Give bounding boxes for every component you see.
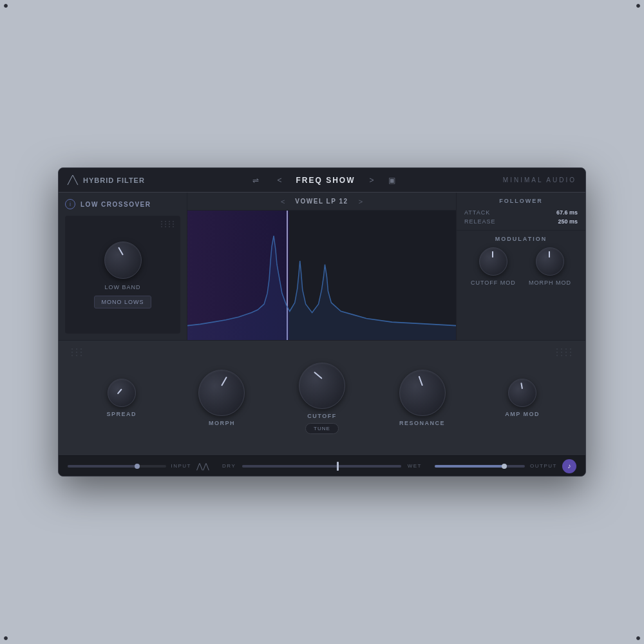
modulation-title: MODULATION	[464, 236, 578, 242]
attack-row: ATTACK 67.6 ms	[464, 209, 578, 216]
cutoff-mod-label: CUTOFF MOD	[471, 279, 516, 286]
header-right: MINIMAL AUDIO	[448, 176, 576, 184]
modulation-knobs: CUTOFF MOD MORPH MOD	[464, 247, 578, 286]
morph-mod-knob[interactable]	[536, 247, 564, 276]
plugin-title: HYBRID FILTER	[83, 176, 145, 184]
input-expand-button[interactable]: ⋀⋀	[196, 462, 209, 471]
bottom-right-decoration	[556, 348, 573, 356]
input-section: INPUT ⋀⋀	[68, 462, 209, 471]
output-label: OUTPUT	[530, 463, 557, 469]
spread-knob[interactable]	[108, 379, 136, 407]
morph-group: MORPH	[172, 370, 272, 426]
filter-display-panel: < VOWEL LP 12 >	[187, 193, 457, 340]
attack-label: ATTACK	[464, 209, 490, 216]
cutoff-mod-group: CUTOFF MOD	[471, 247, 516, 286]
wet-label: WET	[408, 463, 422, 469]
next-preset-button[interactable]: >	[366, 175, 378, 186]
morph-label: MORPH	[209, 420, 235, 426]
cutoff-label: CUTOFF	[307, 413, 336, 419]
dry-label: DRY	[222, 463, 236, 469]
brand-name: MINIMAL AUDIO	[503, 176, 576, 184]
save-preset-button[interactable]: ▣	[388, 176, 395, 185]
dry-wet-section: DRY WET	[209, 463, 435, 469]
mono-lows-button[interactable]: MONO LOWS	[94, 296, 151, 308]
logo-icon: ♪	[568, 462, 571, 469]
morph-mod-group: MORPH MOD	[529, 247, 571, 286]
cutoff-knob[interactable]	[299, 363, 345, 409]
resonance-group: RESONANCE	[372, 370, 473, 426]
follower-params: ATTACK 67.6 ms RELEASE 250 ms	[464, 209, 578, 225]
output-section: OUTPUT ♪	[435, 459, 576, 473]
low-crossover-panel: i LOW CROSSOVER LOW BAND	[59, 193, 187, 340]
morph-mod-label: MORPH MOD	[529, 279, 571, 286]
top-panels: i LOW CROSSOVER LOW BAND	[59, 193, 585, 341]
modulation-section: MODULATION CUTOFF MOD	[457, 231, 585, 340]
next-filter-button[interactable]: >	[359, 198, 363, 205]
resonance-knob[interactable]	[399, 370, 446, 416]
dry-wet-slider[interactable]	[242, 465, 401, 468]
cutoff-mod-knob[interactable]	[479, 247, 507, 276]
preset-name: FREQ SHOW	[296, 176, 355, 185]
follower-section: FOLLOWER ATTACK 67.6 ms RELEASE 250 ms	[457, 193, 585, 231]
brand-logo-button[interactable]: ♪	[562, 459, 576, 473]
waveform-icon: ╱╲	[68, 175, 78, 185]
morph-knob[interactable]	[198, 370, 245, 416]
release-value: 250 ms	[558, 218, 578, 225]
amp-mod-group: AMP MOD	[472, 379, 573, 417]
header-left: ╱╲ HYBRID FILTER	[68, 175, 196, 185]
filter-header: < VOWEL LP 12 >	[187, 193, 456, 211]
low-crossover-knob[interactable]	[104, 242, 142, 279]
main-content: i LOW CROSSOVER LOW BAND	[59, 193, 585, 455]
plugin-window: ╱╲ HYBRID FILTER ⇌ < FREQ SHOW > ▣ MINIM…	[58, 167, 586, 477]
tune-button[interactable]: TUNE	[305, 423, 339, 434]
input-slider[interactable]	[68, 465, 166, 468]
grid-texture	[161, 221, 175, 227]
prev-preset-button[interactable]: <	[273, 175, 285, 186]
input-label: INPUT	[171, 463, 192, 469]
output-slider[interactable]	[435, 465, 525, 468]
bottom-left-decoration	[71, 348, 83, 356]
amp-mod-label: AMP MOD	[505, 411, 540, 417]
spread-group: SPREAD	[71, 379, 172, 417]
attack-value: 67.6 ms	[556, 209, 578, 216]
amp-mod-knob[interactable]	[508, 379, 536, 407]
low-band-label: LOW BAND	[104, 284, 140, 290]
main-controls-panel: SPREAD MORPH CUTOFF TUNE	[59, 341, 585, 455]
header-bar: ╱╲ HYBRID FILTER ⇌ < FREQ SHOW > ▣ MINIM…	[59, 168, 585, 193]
low-crossover-inner: LOW BAND MONO LOWS	[65, 216, 180, 334]
spread-label: SPREAD	[107, 411, 137, 417]
prev-filter-button[interactable]: <	[281, 198, 285, 205]
follower-title: FOLLOWER	[464, 198, 578, 204]
header-center: ⇌ < FREQ SHOW > ▣	[196, 175, 448, 186]
cutoff-group: CUTOFF TUNE	[272, 363, 372, 434]
info-icon: i	[70, 201, 71, 207]
shuffle-button[interactable]: ⇌	[249, 175, 263, 186]
filter-visualization[interactable]	[187, 211, 456, 340]
info-button[interactable]: i	[65, 199, 75, 209]
release-row: RELEASE 250 ms	[464, 218, 578, 225]
resonance-label: RESONANCE	[399, 420, 445, 426]
filter-curve-svg	[187, 211, 456, 340]
footer-bar: INPUT ⋀⋀ DRY WET OUTPUT ♪	[59, 455, 585, 476]
release-label: RELEASE	[464, 218, 496, 225]
filter-type-name: VOWEL LP 12	[295, 198, 348, 205]
low-crossover-title: LOW CROSSOVER	[80, 201, 151, 208]
low-crossover-header: i LOW CROSSOVER	[65, 199, 180, 209]
follower-modulation-panel: FOLLOWER ATTACK 67.6 ms RELEASE 250 ms M…	[457, 193, 585, 340]
